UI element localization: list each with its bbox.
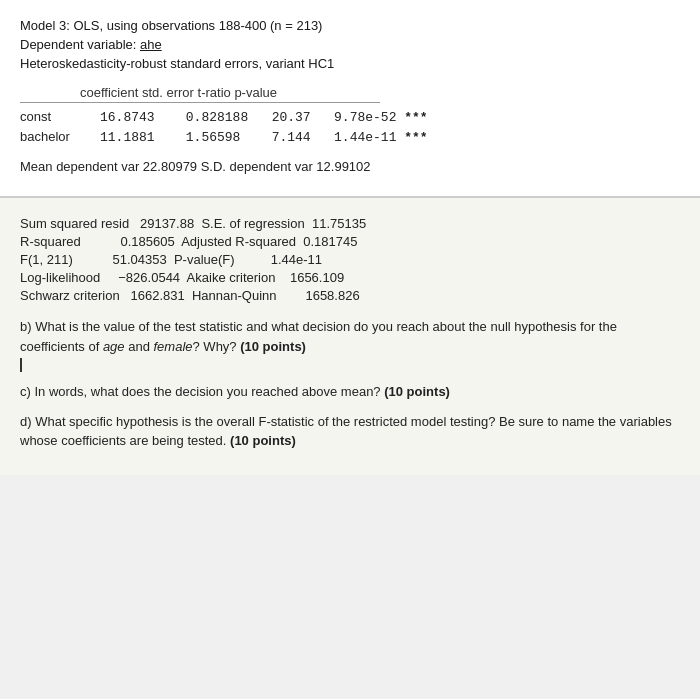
question-d-text: d) What specific hypothesis is the overa… bbox=[20, 414, 672, 449]
const-values: 16.8743 0.828188 20.37 9.78e-52 *** bbox=[100, 110, 428, 125]
bachelor-label: bachelor bbox=[20, 129, 100, 144]
top-panel: Model 3: OLS, using observations 188-400… bbox=[0, 0, 700, 198]
bachelor-values: 11.1881 1.56598 7.144 1.44e-11 *** bbox=[100, 130, 428, 145]
questions-section: b) What is the value of the test statist… bbox=[20, 317, 680, 451]
const-row: const 16.8743 0.828188 20.37 9.78e-52 **… bbox=[20, 109, 680, 125]
mean-section: Mean dependent var 22.80979 S.D. depende… bbox=[20, 159, 680, 174]
stats-row-2: R-squared 0.185605 Adjusted R-squared 0.… bbox=[20, 234, 680, 249]
bottom-panel: Sum squared resid 29137.88 S.E. of regre… bbox=[0, 198, 700, 475]
cursor bbox=[20, 358, 22, 372]
const-label: const bbox=[20, 109, 100, 124]
bachelor-stars: *** bbox=[404, 130, 427, 145]
stats-section: Sum squared resid 29137.88 S.E. of regre… bbox=[20, 216, 680, 303]
question-d: d) What specific hypothesis is the overa… bbox=[20, 412, 680, 451]
column-headers: coefficient std. error t-ratio p-value bbox=[20, 85, 680, 100]
dependent-var-line: Dependent variable: ahe bbox=[20, 37, 680, 52]
stats-row-5: Schwarz criterion 1662.831 Hannan-Quinn … bbox=[20, 288, 680, 303]
stats-row-3: F(1, 211) 51.04353 P-value(F) 1.44e-11 bbox=[20, 252, 680, 267]
stats-row-4: Log-likelihood −826.0544 Akaike criterio… bbox=[20, 270, 680, 285]
const-stars: *** bbox=[404, 110, 427, 125]
stats-row-1: Sum squared resid 29137.88 S.E. of regre… bbox=[20, 216, 680, 231]
question-b-text: b) What is the value of the test statist… bbox=[20, 319, 617, 354]
question-b: b) What is the value of the test statist… bbox=[20, 317, 680, 372]
errors-note: Heteroskedasticity-robust standard error… bbox=[20, 56, 680, 71]
question-c: c) In words, what does the decision you … bbox=[20, 382, 680, 402]
question-c-text: c) In words, what does the decision you … bbox=[20, 384, 450, 399]
table-divider bbox=[20, 102, 380, 103]
bachelor-row: bachelor 11.1881 1.56598 7.144 1.44e-11 … bbox=[20, 129, 680, 145]
dep-var-name: ahe bbox=[140, 37, 162, 52]
model-header: Model 3: OLS, using observations 188-400… bbox=[20, 18, 680, 33]
regression-table: coefficient std. error t-ratio p-value c… bbox=[20, 85, 680, 145]
